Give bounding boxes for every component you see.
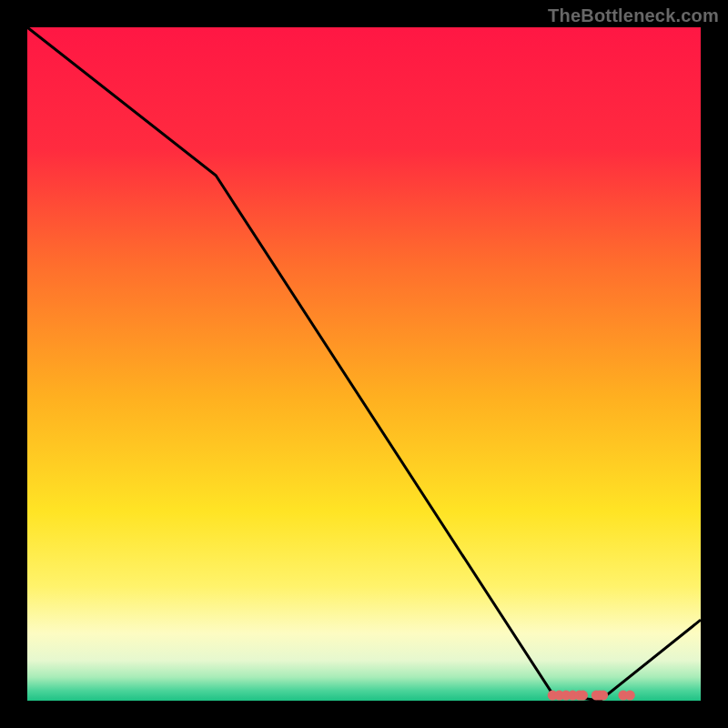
marker-dot [578, 691, 588, 701]
marker-dot [598, 691, 608, 701]
gradient-background [27, 27, 701, 701]
chart-root: TheBottleneck.com [0, 0, 728, 728]
chart-svg [27, 27, 701, 701]
plot-area [27, 27, 701, 701]
marker-dot [625, 691, 635, 701]
watermark: TheBottleneck.com [548, 5, 719, 26]
